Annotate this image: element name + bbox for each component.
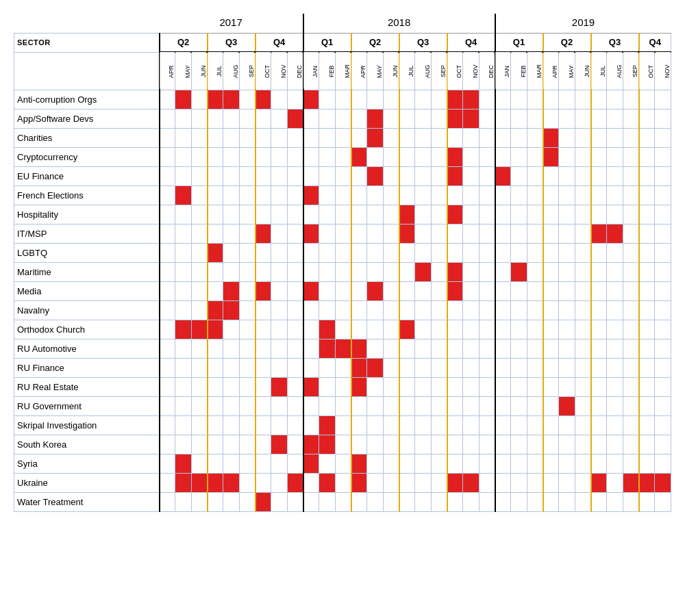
month-cell [335,243,351,262]
month-cell [639,147,655,166]
month-cell [479,377,495,396]
month-cell [271,224,287,243]
month-cell [639,358,655,377]
month-cell [351,224,367,243]
month-cell [511,454,527,473]
month-cell [575,243,590,262]
month-cell [415,454,431,473]
month-cell [191,454,207,473]
month-cell [160,185,175,205]
month-cell [511,262,527,281]
month-cell [543,185,559,205]
month-cell [239,243,255,262]
month-cell [160,435,175,454]
month-cell [447,339,463,358]
table-row: Syria [14,454,671,473]
month-cell [607,396,623,415]
month-cell [367,320,383,339]
month-cell [479,415,495,435]
month-cell [399,185,415,205]
month-cell [399,300,415,320]
month-cell [256,262,271,281]
month-cell [335,205,351,224]
month-cell [383,415,399,435]
month-cell [639,128,655,147]
table-row: Media [14,281,671,300]
month-cell [256,185,271,205]
month-cell [543,109,559,128]
month-cell [271,128,287,147]
month-cell [303,262,319,281]
table-body: Anti-corruption OrgsApp/Software DevsCha… [14,90,671,511]
month-cell [639,435,655,454]
month-cell [639,166,655,185]
month-cell [559,358,575,377]
month-cell [543,396,559,415]
month-cell [543,492,559,511]
month-cell [623,377,638,396]
sector-label: South Korea [14,435,160,454]
month-cell [319,415,335,435]
month-cell [160,415,175,435]
month-cell [335,90,351,109]
month-cell [511,435,527,454]
month-cell [415,473,431,492]
month-cell [303,300,319,320]
month-cell [511,109,527,128]
month-cell [223,396,239,415]
q3-2018: Q3 [399,33,447,52]
month-cell [543,358,559,377]
month-cell [623,205,638,224]
month-cell [639,320,655,339]
month-cell [383,300,399,320]
table-row: Ukraine [14,473,671,492]
month-cell [655,262,671,281]
month-cell [191,300,207,320]
month-cell [287,320,303,339]
month-cell [575,185,590,205]
month-cell [591,339,607,358]
month-cell [495,281,511,300]
month-cell [351,415,367,435]
month-cell [271,473,287,492]
sector-label: Anti-corruption Orgs [14,90,160,109]
month-cell [527,262,543,281]
month-cell [639,205,655,224]
month-cell [607,473,623,492]
sector-label: RU Government [14,396,160,415]
month-cell [495,128,511,147]
month-cell [431,492,447,511]
month-cell [160,128,175,147]
month-cell [479,185,495,205]
month-cell [399,415,415,435]
month-cell [383,281,399,300]
month-cell [543,454,559,473]
month-cell [175,377,191,396]
month-aug-19: AUG [607,52,623,90]
month-cell [447,166,463,185]
month-cell [399,281,415,300]
month-cell [223,90,239,109]
month-cell [335,300,351,320]
month-cell [335,396,351,415]
month-cell [191,205,207,224]
month-cell [607,243,623,262]
month-cell [607,262,623,281]
month-cell [351,435,367,454]
month-cell [223,492,239,511]
month-cell [239,166,255,185]
month-cell [223,377,239,396]
month-cell [431,281,447,300]
q4-2017: Q4 [256,33,303,52]
month-cell [479,166,495,185]
month-cell [623,300,638,320]
month-cell [575,90,590,109]
month-cell [623,473,638,492]
month-cell [479,492,495,511]
month-cell [511,128,527,147]
sector-label: Syria [14,454,160,473]
sector-label: Maritime [14,262,160,281]
month-cell [575,320,590,339]
sector-label: RU Automotive [14,339,160,358]
month-cell [543,339,559,358]
